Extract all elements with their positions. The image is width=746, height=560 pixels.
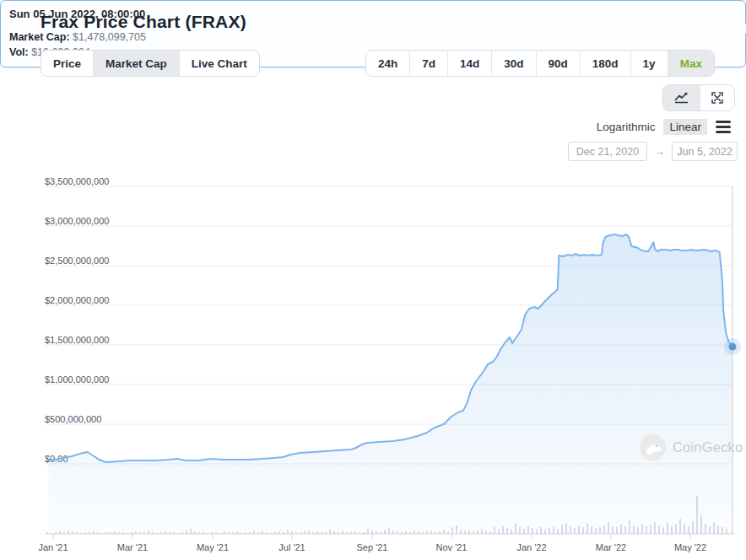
selected-point-marker xyxy=(729,343,737,351)
coingecko-watermark: CoinGecko xyxy=(639,433,743,461)
x-tick-label: Mar '21 xyxy=(117,542,148,552)
y-tick-label: $3,000,000,000 xyxy=(45,216,109,226)
x-tick-label: Jul '21 xyxy=(278,542,305,552)
y-tick-label: $3,500,000,000 xyxy=(45,176,109,186)
market-cap-chart[interactable]: $0.00$500,000,000$1,000,000,000$1,500,00… xyxy=(0,0,746,560)
x-tick-label: Sep '21 xyxy=(357,542,388,552)
y-tick-label: $1,500,000,000 xyxy=(45,335,109,345)
x-axis-ticks xyxy=(53,534,690,539)
watermark-label: CoinGecko xyxy=(673,439,743,455)
x-tick-label: Jan '21 xyxy=(38,542,68,552)
frax-chart-page: Frax Price Chart (FRAX) PriceMarket CapL… xyxy=(0,0,746,560)
y-axis-labels: $0.00$500,000,000$1,000,000,000$1,500,00… xyxy=(45,176,109,464)
x-tick-label: May '22 xyxy=(674,542,706,552)
y-tick-label: $2,000,000,000 xyxy=(45,295,109,305)
x-tick-label: Jan '22 xyxy=(516,542,546,552)
x-tick-label: Nov '21 xyxy=(436,542,468,552)
y-tick-label: $1,000,000,000 xyxy=(45,374,109,385)
x-tick-label: May '21 xyxy=(197,542,229,552)
y-tick-label: $2,500,000,000 xyxy=(45,256,109,266)
y-tick-label: $500,000,000 xyxy=(45,414,101,424)
x-tick-label: Mar '22 xyxy=(596,542,626,552)
coingecko-logo-icon xyxy=(639,433,667,461)
x-axis-labels: Jan '21Mar '21May '21Jul '21Sep '21Nov '… xyxy=(38,542,706,552)
